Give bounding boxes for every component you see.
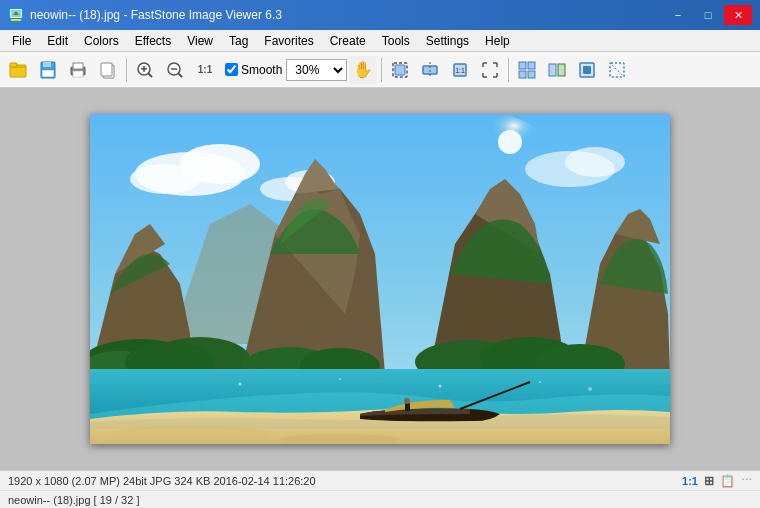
svg-rect-33 <box>558 64 565 76</box>
zoom-level: 1:1 <box>682 475 698 487</box>
separator-3 <box>508 58 509 82</box>
fullscreen-button[interactable] <box>476 56 504 84</box>
svg-point-61 <box>110 426 270 442</box>
svg-point-40 <box>498 130 522 154</box>
svg-point-66 <box>539 381 541 383</box>
svg-rect-30 <box>519 71 526 78</box>
svg-rect-28 <box>519 62 526 69</box>
svg-rect-8 <box>43 62 51 67</box>
svg-rect-4 <box>11 19 21 21</box>
svg-rect-12 <box>73 71 83 77</box>
title-bar: neowin-- (18).jpg - FastStone Image View… <box>0 0 760 30</box>
svg-point-39 <box>430 114 550 194</box>
thumbnail-button[interactable] <box>513 56 541 84</box>
svg-rect-32 <box>549 64 556 76</box>
smooth-label: Smooth <box>241 63 282 77</box>
svg-line-21 <box>178 73 182 77</box>
svg-point-64 <box>339 378 341 380</box>
separator-1 <box>126 58 127 82</box>
menu-item-file[interactable]: File <box>4 32 39 50</box>
svg-rect-11 <box>73 63 83 69</box>
window-title: neowin-- (18).jpg - FastStone Image View… <box>30 8 664 22</box>
actual-size-button[interactable]: 1:1 <box>191 56 219 84</box>
resize-grip: ⋯ <box>741 474 752 487</box>
status-bar-bottom: neowin-- (18).jpg [ 19 / 32 ] <box>0 490 760 508</box>
menu-item-tools[interactable]: Tools <box>374 32 418 50</box>
svg-line-37 <box>612 65 622 75</box>
menu-item-edit[interactable]: Edit <box>39 32 76 50</box>
open-folder-button[interactable] <box>4 56 32 84</box>
close-button[interactable]: ✕ <box>724 5 752 25</box>
menu-item-tag[interactable]: Tag <box>221 32 256 50</box>
zoom-select[interactable]: 5% 10% 15% 20% 25% 30% 50% 75% 100% 150%… <box>286 59 347 81</box>
menu-item-help[interactable]: Help <box>477 32 518 50</box>
svg-point-60 <box>404 398 410 404</box>
fit-width-button[interactable] <box>416 56 444 84</box>
svg-point-65 <box>439 385 442 388</box>
menu-item-settings[interactable]: Settings <box>418 32 477 50</box>
pan-button[interactable]: ✋ <box>349 56 377 84</box>
svg-rect-9 <box>42 70 54 77</box>
image-svg <box>90 114 670 444</box>
svg-point-67 <box>588 387 592 391</box>
copy-screen-icon[interactable]: ⊞ <box>704 474 714 488</box>
svg-point-43 <box>130 164 200 194</box>
image-info: 1920 x 1080 (2.07 MP) 24bit JPG 324 KB 2… <box>8 475 316 487</box>
fit-window-button[interactable] <box>386 56 414 84</box>
svg-rect-35 <box>583 66 591 74</box>
filename-info: neowin-- (18).jpg [ 19 / 32 ] <box>8 494 139 506</box>
zoom-in-button[interactable] <box>131 56 159 84</box>
content-area <box>0 88 760 470</box>
svg-rect-59 <box>405 403 410 411</box>
menu-bar: FileEditColorsEffectsViewTagFavoritesCre… <box>0 30 760 52</box>
menu-item-effects[interactable]: Effects <box>127 32 179 50</box>
smooth-checkbox[interactable] <box>225 63 238 76</box>
save-button[interactable] <box>34 56 62 84</box>
zoom-selection-button[interactable] <box>603 56 631 84</box>
svg-rect-31 <box>528 71 535 78</box>
window-controls: − □ ✕ <box>664 5 752 25</box>
separator-2 <box>381 58 382 82</box>
clipboard-icon[interactable]: 📋 <box>720 474 735 488</box>
app-icon <box>8 7 24 23</box>
menu-item-favorites[interactable]: Favorites <box>256 32 321 50</box>
selected-view-button[interactable] <box>573 56 601 84</box>
svg-rect-14 <box>101 63 112 76</box>
minimize-button[interactable]: − <box>664 5 692 25</box>
svg-point-63 <box>239 383 242 386</box>
copy-button[interactable] <box>94 56 122 84</box>
status-bar: 1920 x 1080 (2.07 MP) 24bit JPG 324 KB 2… <box>0 470 760 490</box>
svg-rect-6 <box>10 63 17 67</box>
image-display <box>90 114 670 444</box>
menu-item-view[interactable]: View <box>179 32 221 50</box>
svg-text:1:1: 1:1 <box>455 67 465 74</box>
svg-line-18 <box>148 73 152 77</box>
svg-rect-23 <box>395 65 405 75</box>
svg-rect-29 <box>528 62 535 69</box>
zoom-out-button[interactable] <box>161 56 189 84</box>
svg-point-47 <box>565 147 625 177</box>
svg-point-62 <box>280 434 400 444</box>
status-right: 1:1 ⊞ 📋 ⋯ <box>682 474 752 488</box>
smooth-checkbox-label[interactable]: Smooth <box>225 63 282 77</box>
menu-item-create[interactable]: Create <box>322 32 374 50</box>
compare-button[interactable] <box>543 56 571 84</box>
original-size-button[interactable]: 1:1 <box>446 56 474 84</box>
print-button[interactable] <box>64 56 92 84</box>
maximize-button[interactable]: □ <box>694 5 722 25</box>
toolbar: 1:1 Smooth 5% 10% 15% 20% 25% 30% 50% 75… <box>0 52 760 88</box>
menu-item-colors[interactable]: Colors <box>76 32 127 50</box>
